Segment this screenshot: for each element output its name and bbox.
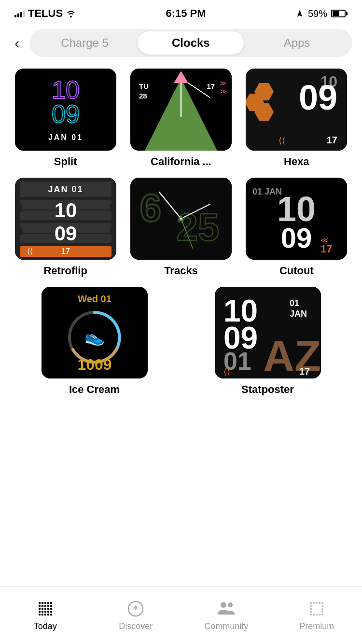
- svg-rect-105: [310, 605, 312, 607]
- tab-pill: Charge 5 Clocks Apps: [29, 29, 352, 57]
- svg-rect-110: [321, 611, 323, 613]
- svg-rect-92: [44, 614, 46, 616]
- svg-point-98: [221, 602, 226, 608]
- svg-text:≪: ≪: [320, 236, 329, 244]
- clock-face-tracks: 6 6 6 25 25: [130, 178, 232, 260]
- svg-text:17: 17: [299, 366, 310, 377]
- back-button[interactable]: ‹: [10, 32, 25, 54]
- svg-text:JAN: JAN: [290, 309, 307, 319]
- nav-item-premium[interactable]: Premium: [272, 599, 362, 631]
- svg-rect-72: [44, 602, 46, 604]
- svg-rect-106: [321, 605, 323, 607]
- svg-rect-80: [39, 608, 41, 610]
- discover-icon: [126, 599, 145, 618]
- clock-name-icecream: Ice Cream: [69, 383, 120, 396]
- status-left: TELUS: [14, 7, 76, 20]
- svg-text:10: 10: [54, 199, 77, 222]
- clock-item-hexa[interactable]: 09 10 ⟨⟨ 17 Hexa: [243, 69, 350, 168]
- svg-text:JAN 01: JAN 01: [48, 133, 83, 141]
- svg-rect-86: [42, 611, 43, 613]
- svg-rect-113: [316, 614, 318, 616]
- clock-grid-bottom: Wed 01 👟 1009 Ice Cream 10 01 JAN: [0, 287, 362, 406]
- bottom-nav: Today Discover Community: [0, 586, 362, 644]
- premium-icon: [307, 599, 326, 618]
- clock-item-cutout[interactable]: 01 JAN 10 09 17 ≪ Cutout: [243, 178, 350, 277]
- svg-rect-76: [42, 605, 43, 607]
- battery-icon: [331, 10, 348, 17]
- svg-text:17: 17: [61, 247, 70, 255]
- svg-text:01: 01: [290, 298, 299, 308]
- svg-point-97: [135, 608, 137, 610]
- svg-text:⟨⟨: ⟨⟨: [278, 136, 285, 145]
- community-icon: [217, 599, 236, 618]
- nav-item-community[interactable]: Community: [181, 599, 272, 631]
- svg-rect-30: [110, 204, 112, 212]
- clock-name-hexa: Hexa: [284, 155, 309, 168]
- svg-rect-87: [44, 611, 46, 613]
- signal-icon: [14, 10, 25, 17]
- svg-rect-94: [50, 614, 52, 616]
- svg-rect-107: [310, 608, 312, 610]
- svg-rect-74: [50, 602, 52, 604]
- clock-face-split: 10 09 JAN 01: [15, 69, 116, 151]
- svg-rect-90: [39, 614, 41, 616]
- clock-face-retroflip: JAN 01 10 09 ⟨⟨ 17: [15, 178, 116, 260]
- svg-rect-108: [321, 608, 323, 610]
- svg-rect-77: [44, 605, 46, 607]
- svg-rect-83: [47, 608, 49, 610]
- svg-rect-114: [319, 614, 320, 616]
- svg-rect-82: [44, 608, 46, 610]
- svg-point-49: [180, 218, 182, 220]
- svg-rect-84: [50, 608, 52, 610]
- today-label: Today: [34, 621, 57, 631]
- clock-name-split: Split: [54, 155, 77, 168]
- svg-rect-93: [47, 614, 49, 616]
- svg-rect-112: [313, 614, 315, 616]
- svg-text:TU: TU: [139, 82, 149, 90]
- clock-item-tracks[interactable]: 6 6 6 25 25 Tracks: [127, 178, 235, 277]
- svg-rect-100: [310, 602, 312, 604]
- clock-item-retroflip[interactable]: JAN 01 10 09 ⟨⟨ 17 Retroflip: [12, 178, 119, 277]
- clock-item-split[interactable]: 10 09 JAN 01 Split: [12, 69, 119, 168]
- location-icon: [295, 9, 304, 18]
- tab-apps[interactable]: Apps: [244, 31, 350, 55]
- svg-rect-115: [321, 614, 323, 616]
- battery-percent: 59%: [308, 8, 327, 19]
- premium-label: Premium: [299, 621, 334, 631]
- today-icon: [36, 599, 55, 618]
- nav-header: ‹ Charge 5 Clocks Apps: [0, 24, 362, 64]
- tab-charge5[interactable]: Charge 5: [32, 31, 138, 55]
- svg-text:17: 17: [320, 243, 332, 255]
- clock-name-cutout: Cutout: [279, 265, 314, 277]
- clock-item-california[interactable]: TU 28 17 ≫ ≫ California ...: [127, 69, 235, 168]
- svg-rect-109: [310, 611, 312, 613]
- svg-rect-101: [313, 602, 315, 604]
- svg-text:17: 17: [327, 135, 337, 145]
- svg-rect-70: [39, 602, 41, 604]
- clock-face-hexa: 09 10 ⟨⟨ 17: [246, 69, 347, 151]
- svg-text:⟨⟨: ⟨⟨: [223, 367, 230, 377]
- status-bar: TELUS 6:15 PM 59%: [0, 0, 362, 24]
- clock-item-icecream[interactable]: Wed 01 👟 1009 Ice Cream: [12, 287, 177, 396]
- svg-rect-79: [50, 605, 52, 607]
- clock-item-statposter[interactable]: 10 01 JAN 09 01 AZ ⟨⟨ 17 Statposter: [185, 287, 350, 396]
- status-right: 59%: [295, 8, 348, 19]
- nav-item-today[interactable]: Today: [0, 599, 91, 631]
- clock-face-california: TU 28 17 ≫ ≫: [130, 69, 232, 151]
- svg-rect-85: [39, 611, 41, 613]
- svg-rect-71: [42, 602, 43, 604]
- svg-text:25: 25: [176, 206, 219, 249]
- svg-text:AZ: AZ: [263, 332, 321, 378]
- svg-text:09: 09: [281, 222, 312, 253]
- svg-text:≫: ≫: [220, 79, 227, 87]
- svg-rect-29: [19, 204, 22, 212]
- svg-rect-111: [310, 614, 312, 616]
- time-display: 6:15 PM: [166, 7, 206, 20]
- carrier-label: TELUS: [28, 7, 63, 20]
- clock-name-tracks: Tracks: [164, 265, 198, 277]
- svg-text:1009: 1009: [77, 356, 111, 373]
- svg-rect-104: [321, 602, 323, 604]
- svg-text:Wed 01: Wed 01: [78, 294, 111, 304]
- tab-clocks[interactable]: Clocks: [138, 31, 244, 55]
- nav-item-discover[interactable]: Discover: [91, 599, 181, 631]
